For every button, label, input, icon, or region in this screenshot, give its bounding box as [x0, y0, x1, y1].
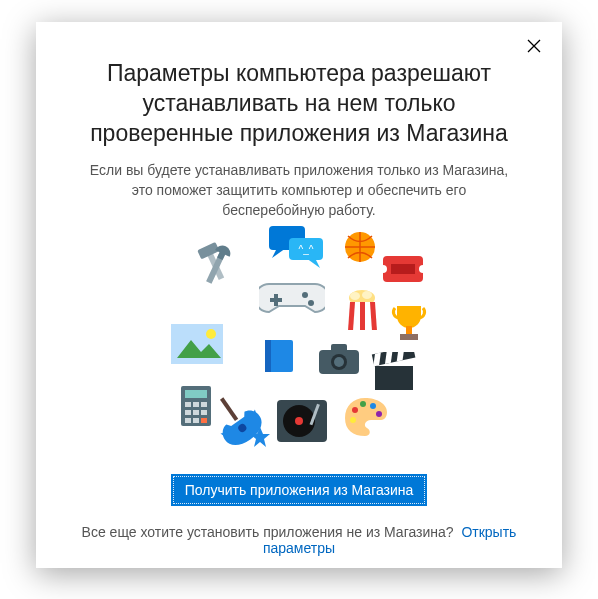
dialog-title: Параметры компьютера разрешают устанавли… — [68, 58, 530, 148]
svg-point-55 — [295, 417, 303, 425]
svg-rect-21 — [406, 326, 412, 334]
camera-icon — [317, 342, 361, 380]
svg-point-31 — [334, 357, 344, 367]
store-warning-dialog: Параметры компьютера разрешают устанавли… — [36, 22, 562, 568]
star-icon — [249, 426, 271, 452]
svg-rect-40 — [193, 402, 199, 407]
svg-point-17 — [362, 291, 372, 299]
dialog-subtitle: Если вы будете устанавливать приложения … — [79, 160, 519, 220]
svg-point-59 — [370, 403, 376, 409]
illustration: ^_^ — [149, 230, 449, 460]
svg-rect-8 — [391, 264, 415, 274]
turntable-icon — [275, 392, 329, 450]
svg-rect-42 — [185, 410, 191, 415]
svg-point-61 — [376, 411, 382, 417]
svg-rect-48 — [220, 397, 238, 421]
svg-point-25 — [206, 329, 216, 339]
svg-point-58 — [360, 401, 366, 407]
footer-question-text: Все еще хотите установить приложения не … — [82, 524, 454, 540]
picture-icon — [169, 322, 225, 370]
svg-rect-22 — [400, 334, 418, 340]
ticket-icon — [381, 254, 425, 288]
svg-point-16 — [350, 292, 360, 300]
svg-point-14 — [308, 300, 314, 306]
clapperboard-icon — [371, 352, 417, 396]
svg-rect-29 — [331, 344, 347, 352]
gamepad-icon — [259, 276, 325, 324]
close-button[interactable] — [520, 34, 548, 62]
svg-text:^_^: ^_^ — [299, 244, 314, 255]
svg-rect-12 — [270, 298, 282, 302]
svg-rect-19 — [360, 302, 365, 330]
svg-rect-27 — [265, 340, 271, 372]
svg-point-13 — [302, 292, 308, 298]
close-icon — [527, 39, 541, 57]
basketball-icon — [343, 230, 377, 268]
svg-rect-39 — [185, 402, 191, 407]
footer-question: Все еще хотите установить приложения не … — [68, 524, 530, 556]
tools-icon — [189, 240, 243, 298]
book-icon — [259, 336, 299, 380]
svg-rect-38 — [185, 390, 207, 398]
svg-marker-52 — [250, 427, 270, 447]
svg-rect-32 — [375, 366, 413, 390]
popcorn-icon — [345, 288, 379, 336]
get-apps-button[interactable]: Получить приложения из Магазина — [171, 474, 428, 506]
palette-icon — [341, 394, 389, 442]
svg-point-60 — [350, 417, 356, 423]
chat-icon: ^_^ — [267, 224, 325, 276]
svg-rect-46 — [193, 418, 199, 423]
svg-rect-43 — [193, 410, 199, 415]
svg-point-57 — [352, 407, 358, 413]
trophy-icon — [389, 302, 429, 348]
svg-rect-45 — [185, 418, 191, 423]
